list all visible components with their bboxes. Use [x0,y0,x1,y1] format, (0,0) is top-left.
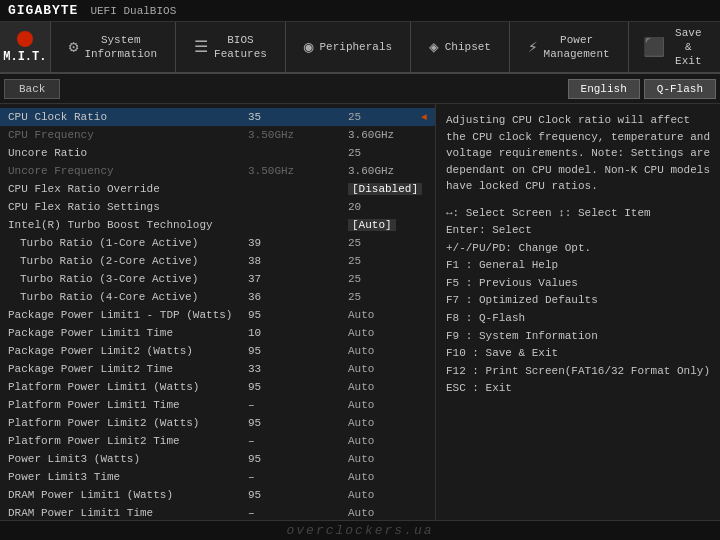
setting-value1: – [248,507,348,519]
setting-row[interactable]: Platform Power Limit2 Time–Auto [0,432,435,450]
setting-value2: 3.60GHz [348,165,427,177]
setting-value2: 25 [348,147,427,159]
setting-row[interactable]: Package Power Limit2 Time33Auto [0,360,435,378]
main-content: CPU Clock Ratio3525◄CPU Frequency3.50GHz… [0,104,720,520]
setting-row[interactable]: CPU Clock Ratio3525◄ [0,108,435,126]
nav-bar: M.I.T. ⚙ SystemInformation ☰ BIOSFeature… [0,22,720,74]
top-bar: GIGABYTE UEFI DualBIOS [0,0,720,22]
bottom-bar: overclockers.ua [0,520,720,540]
setting-row[interactable]: CPU Frequency3.50GHz3.60GHz [0,126,435,144]
setting-row[interactable]: Platform Power Limit1 Time–Auto [0,396,435,414]
setting-name: DRAM Power Limit1 (Watts) [8,489,248,501]
setting-name: Power Limit3 (Watts) [8,453,248,465]
key-help-item: F7 : Optimized Defaults [446,292,710,310]
setting-value1: 95 [248,417,348,429]
setting-row[interactable]: Power Limit3 Time–Auto [0,468,435,486]
nav-item-system-info[interactable]: ⚙ SystemInformation [51,22,176,72]
nav-items: ⚙ SystemInformation ☰ BIOSFeatures ◉ Per… [51,22,629,72]
setting-value1: – [248,471,348,483]
nav-item-chipset[interactable]: ◈ Chipset [411,22,510,72]
nav-icon-chipset: ◈ [429,37,439,57]
setting-row[interactable]: Package Power Limit1 - TDP (Watts)95Auto [0,306,435,324]
setting-value2: [Disabled] [348,183,427,195]
setting-value2: 25 [348,237,427,249]
setting-value1: 95 [248,309,348,321]
mit-tab[interactable]: M.I.T. [0,22,51,72]
setting-value1: 36 [248,291,348,303]
key-help-item: Enter: Select [446,222,710,240]
key-help: ↔: Select Screen ↕: Select ItemEnter: Se… [446,205,710,399]
setting-value2: 20 [348,201,427,213]
setting-row[interactable]: CPU Flex Ratio Settings20 [0,198,435,216]
left-panel: CPU Clock Ratio3525◄CPU Frequency3.50GHz… [0,104,436,520]
key-help-item: F10 : Save & Exit [446,345,710,363]
key-help-item: ↔: Select Screen ↕: Select Item [446,205,710,223]
nav-item-bios-features[interactable]: ☰ BIOSFeatures [176,22,286,72]
setting-value2: 25 [348,111,419,123]
setting-row[interactable]: DRAM Power Limit1 Time–Auto [0,504,435,520]
setting-value1: 95 [248,345,348,357]
value-box: [Auto] [348,219,396,231]
setting-value2: 25 [348,273,427,285]
mit-icon [17,31,33,47]
selected-indicator: ◄ [421,112,427,123]
setting-value2: Auto [348,507,427,519]
right-panel: Adjusting CPU Clock ratio will affect th… [436,104,720,520]
setting-name: CPU Flex Ratio Settings [8,201,248,213]
setting-row[interactable]: DRAM Power Limit1 (Watts)95Auto [0,486,435,504]
nav-icon-power-mgmt: ⚡ [528,37,538,57]
setting-name: Uncore Frequency [8,165,248,177]
setting-value2: Auto [348,381,427,393]
key-help-item: F8 : Q-Flash [446,310,710,328]
setting-value1: 35 [248,111,348,123]
setting-row[interactable]: Uncore Ratio25 [0,144,435,162]
setting-value2: Auto [348,399,427,411]
setting-row[interactable]: Platform Power Limit2 (Watts)95Auto [0,414,435,432]
setting-value1: 39 [248,237,348,249]
nav-icon-bios-features: ☰ [194,37,208,57]
nav-item-power-mgmt[interactable]: ⚡ PowerManagement [510,22,629,72]
setting-value1: 3.50GHz [248,165,348,177]
language-button[interactable]: English [568,79,640,99]
nav-icon-peripherals: ◉ [304,37,314,57]
setting-row[interactable]: Package Power Limit1 Time10Auto [0,324,435,342]
setting-row[interactable]: Power Limit3 (Watts)95Auto [0,450,435,468]
setting-name: Turbo Ratio (3-Core Active) [8,273,248,285]
setting-row[interactable]: Uncore Frequency3.50GHz3.60GHz [0,162,435,180]
setting-value2: 25 [348,291,427,303]
setting-name: Turbo Ratio (4-Core Active) [8,291,248,303]
setting-row[interactable]: Package Power Limit2 (Watts)95Auto [0,342,435,360]
setting-row[interactable]: Turbo Ratio (4-Core Active)3625 [0,288,435,306]
qflash-button[interactable]: Q-Flash [644,79,716,99]
sub-nav: Back English Q-Flash [0,74,720,104]
setting-value1: 38 [248,255,348,267]
save-exit-tab[interactable]: ⬛ Save & Exit [629,22,720,72]
setting-name: Platform Power Limit1 (Watts) [8,381,248,393]
setting-row[interactable]: Turbo Ratio (2-Core Active)3825 [0,252,435,270]
setting-row[interactable]: Platform Power Limit1 (Watts)95Auto [0,378,435,396]
mit-label: M.I.T. [3,50,46,64]
setting-row[interactable]: Turbo Ratio (3-Core Active)3725 [0,270,435,288]
setting-name: CPU Flex Ratio Override [8,183,248,195]
setting-value2: 25 [348,255,427,267]
setting-value2: Auto [348,489,427,501]
setting-value2: 3.60GHz [348,129,427,141]
setting-value1: 95 [248,381,348,393]
setting-value1: 37 [248,273,348,285]
setting-name: Package Power Limit2 (Watts) [8,345,248,357]
nav-label-bios-features: BIOSFeatures [214,33,267,62]
setting-value1: 3.50GHz [248,129,348,141]
setting-name: CPU Frequency [8,129,248,141]
back-button[interactable]: Back [4,79,60,99]
setting-row[interactable]: CPU Flex Ratio Override[Disabled] [0,180,435,198]
nav-icon-system-info: ⚙ [69,37,79,57]
setting-row[interactable]: Intel(R) Turbo Boost Technology[Auto] [0,216,435,234]
setting-name: Package Power Limit1 - TDP (Watts) [8,309,248,321]
nav-item-peripherals[interactable]: ◉ Peripherals [286,22,411,72]
help-text: Adjusting CPU Clock ratio will affect th… [446,112,710,195]
setting-name: Turbo Ratio (1-Core Active) [8,237,248,249]
key-help-item: ESC : Exit [446,380,710,398]
setting-row[interactable]: Turbo Ratio (1-Core Active)3925 [0,234,435,252]
setting-value1: – [248,435,348,447]
nav-label-chipset: Chipset [445,40,491,54]
